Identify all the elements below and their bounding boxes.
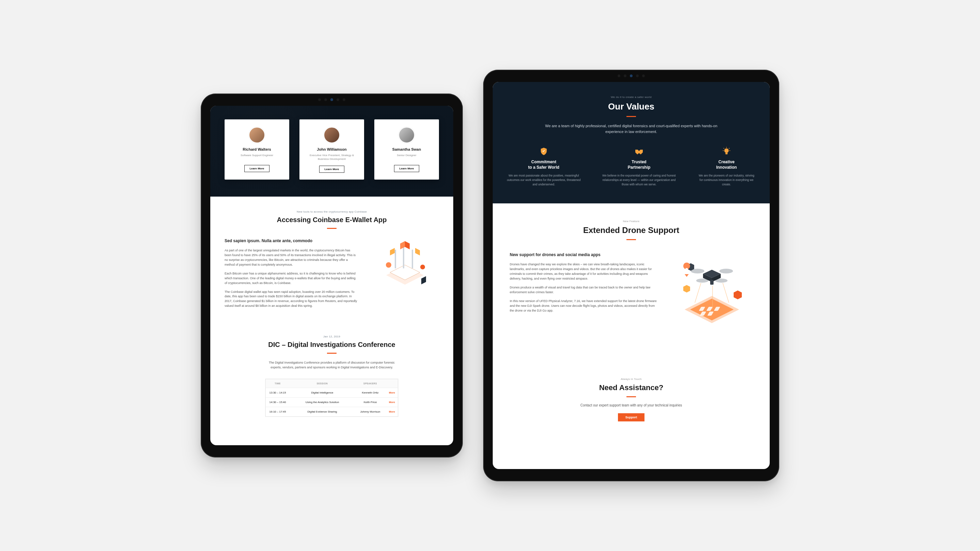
svg-line-26 (695, 283, 701, 303)
svg-rect-2 (403, 245, 404, 268)
feature-paragraph: The Coinbase digital wallet app has seen… (224, 290, 357, 309)
cell-time: 16:10 – 17:45 (266, 407, 290, 416)
col-time: TIME (266, 379, 290, 388)
svg-rect-4 (395, 250, 396, 268)
cell-time: 14:30 – 15:40 (266, 397, 290, 407)
title-underline (627, 239, 636, 240)
cell-session: Using the Analytics Solution (290, 397, 355, 407)
table-row: 14:30 – 15:40 Using the Analytics Soluti… (266, 397, 398, 407)
conference-section: Jan 12, 2019 DIC – Digital Investigation… (210, 329, 453, 433)
svg-point-12 (724, 148, 729, 153)
assistance-section: Always in Touch Need Assistance? Contact… (493, 350, 770, 438)
team-member-name: Richard Walters (230, 147, 284, 151)
more-link[interactable]: More (389, 401, 395, 404)
section-eyebrow: New Feature (510, 220, 753, 223)
svg-rect-3 (412, 250, 413, 268)
team-member-role: Senior Designer (380, 153, 434, 160)
feature-subhead: Sed sapien ipsum. Nulla ante ante, commo… (224, 238, 357, 244)
svg-marker-5 (405, 241, 410, 249)
section-lead: We are a team of highly professional, ce… (543, 123, 720, 134)
svg-point-30 (719, 269, 733, 273)
section-eyebrow: We do it to create a safer world (506, 95, 756, 98)
avatar (398, 127, 415, 143)
value-desc: We are the pioneers of our industry, str… (697, 173, 756, 186)
screen-left: Richard Walters Software Support Enginee… (210, 106, 453, 445)
title-underline (327, 353, 337, 354)
feature-subhead: New support for drones and social media … (510, 252, 657, 258)
svg-point-40 (685, 268, 688, 271)
section-title: Extended Drone Support (510, 225, 753, 235)
col-session: SESSION (290, 379, 355, 388)
learn-more-button[interactable]: Learn More (244, 165, 269, 172)
team-section: Richard Walters Software Support Enginee… (210, 106, 453, 197)
svg-line-27 (723, 283, 729, 303)
avatar (249, 127, 265, 143)
value-title-line: Trusted (632, 159, 646, 164)
feature-paragraph: As part of one of the largest unregulate… (224, 248, 357, 267)
section-eyebrow: New tools to access the cryptocurrency a… (224, 210, 439, 213)
svg-marker-7 (415, 248, 420, 256)
schedule-table: TIME SESSION SPEAKERS 13:30 – 14:15 Digi… (266, 379, 398, 417)
section-title: Need Assistance? (506, 383, 756, 392)
values-section: We do it to create a safer world Our Val… (493, 82, 770, 203)
value-desc: We are most passionate about the positiv… (506, 173, 581, 186)
team-member-name: Samantha Swan (380, 147, 434, 151)
more-link[interactable]: More (389, 391, 395, 394)
team-card: Richard Walters Software Support Enginee… (224, 119, 289, 179)
col-speakers: SPEAKERS (355, 379, 385, 388)
lightbulb-icon (721, 147, 732, 156)
cell-speaker: Kenneth Ortiz (355, 388, 385, 397)
support-button[interactable]: Support (618, 413, 645, 421)
value-title-line: Partnership (628, 165, 651, 170)
coinbase-illustration (371, 238, 439, 295)
section-eyebrow: Always in Touch (506, 378, 756, 381)
cell-speaker: Johnny Morrison (355, 407, 385, 416)
svg-marker-20 (690, 299, 733, 321)
cell-speaker: Keith Price (355, 397, 385, 407)
team-card: Samantha Swan Senior Designer Learn More (374, 119, 439, 179)
cell-time: 13:30 – 14:15 (266, 388, 290, 397)
section-title: DIC – Digital Investigations Conference (224, 341, 439, 349)
title-underline (627, 396, 636, 397)
sensor-bar (318, 98, 345, 101)
avatar (324, 127, 340, 143)
value-item: Commitment to a Safer World We are most … (506, 147, 581, 186)
conference-lead: The Digital Investigations Conference pr… (264, 360, 400, 370)
cell-session: Digital Intelligence (290, 388, 355, 397)
tablet-device-left: Richard Walters Software Support Enginee… (201, 94, 463, 457)
learn-more-button[interactable]: Learn More (394, 165, 419, 172)
more-link[interactable]: More (389, 410, 395, 413)
shield-check-icon (539, 147, 549, 156)
section-eyebrow: Jan 12, 2019 (224, 335, 439, 338)
svg-point-10 (420, 265, 425, 269)
tablet-device-right: We do it to create a safer world Our Val… (483, 70, 779, 481)
sensor-bar (617, 75, 645, 77)
section-title: Accessing Coinbase E-Wallet App (224, 216, 439, 224)
value-title-line: Creative (718, 159, 734, 164)
svg-marker-11 (421, 276, 426, 284)
section-title: Our Values (506, 102, 756, 112)
svg-rect-36 (710, 280, 714, 285)
feature-paragraph: Each Bitcoin user has a unique alphanume… (224, 272, 357, 286)
value-item: Creative Innovation We are the pioneers … (697, 147, 756, 186)
value-title-line: Innovation (716, 165, 737, 170)
value-item: Trusted Partnership We believe in the ex… (601, 147, 676, 186)
title-underline (327, 228, 337, 229)
svg-marker-37 (683, 285, 690, 292)
feature-paragraph: Drones have changed the way we explore t… (510, 262, 657, 281)
team-member-name: John Williamson (305, 147, 359, 151)
learn-more-button[interactable]: Learn More (319, 166, 344, 173)
svg-marker-8 (390, 248, 395, 256)
svg-line-17 (724, 148, 724, 149)
value-title-line: to a Safer World (528, 165, 559, 170)
coinbase-section: New tools to access the cryptocurrency a… (210, 197, 453, 329)
table-row: 16:10 – 17:45 Digital Evidence Sharing J… (266, 407, 398, 416)
assistance-lead: Contact our expert support team with any… (506, 403, 756, 407)
feature-paragraph: Drones produce a wealth of visual and tr… (510, 285, 657, 295)
feature-paragraph: In this new version of UFED Physical Ana… (510, 299, 657, 313)
value-title-line: Commitment (531, 159, 556, 164)
cell-session: Digital Evidence Sharing (290, 407, 355, 416)
team-member-role: Executive Vice President, Strategy & Bus… (305, 153, 359, 161)
title-underline (627, 116, 636, 117)
table-header-row: TIME SESSION SPEAKERS (266, 379, 398, 388)
